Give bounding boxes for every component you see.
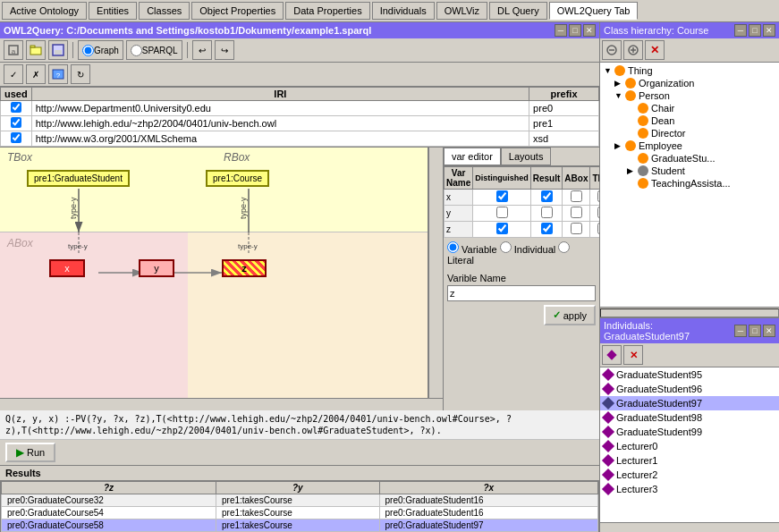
node-x-label: x bbox=[64, 263, 70, 274]
tree-node-grad-student[interactable]: GraduateStu... bbox=[602, 152, 777, 165]
table-row[interactable]: pre0:GraduateCourse54 pre1:takesCourse p… bbox=[2, 507, 598, 519]
ind-item-lec0[interactable]: Lecturer0 bbox=[600, 439, 779, 453]
node-graduate-student[interactable]: pre1:GraduateStudent bbox=[27, 170, 130, 187]
ind-x-btn[interactable]: ✕ bbox=[623, 345, 643, 365]
checkbox-row3[interactable] bbox=[11, 132, 21, 143]
node-x[interactable]: x bbox=[49, 259, 85, 277]
ind-list[interactable]: GraduateStudent95 GraduateStudent96 Grad… bbox=[600, 367, 779, 522]
radio-sparql[interactable] bbox=[131, 45, 142, 56]
canvas-with-scroll: TBox RBox ABox type-y bbox=[0, 148, 443, 410]
prefix-refresh-btn[interactable]: ↻ bbox=[71, 64, 90, 84]
query-text[interactable]: Q(z, y, x) :-PV(?y, ?x, ?z),T(<http://ww… bbox=[0, 410, 599, 440]
prefix-icon1[interactable]: ? bbox=[48, 64, 68, 84]
prefix-cell: pre0 bbox=[529, 101, 599, 116]
open-button[interactable] bbox=[26, 40, 46, 60]
used-check[interactable] bbox=[1, 101, 32, 116]
expand-arrow-person[interactable]: ▼ bbox=[614, 91, 625, 100]
hier-x-btn[interactable]: ✕ bbox=[645, 40, 665, 60]
ind-item-99[interactable]: GraduateStudent99 bbox=[600, 425, 779, 439]
hier-close-icon[interactable]: ✕ bbox=[763, 24, 775, 37]
tab-owl2query[interactable]: OWL2Query Tab bbox=[549, 2, 639, 20]
ind-close-icon[interactable]: ✕ bbox=[763, 325, 775, 337]
tree-node-teaching-asst[interactable]: TeachingAssista... bbox=[602, 177, 777, 190]
tree-node-dean[interactable]: Dean bbox=[602, 114, 777, 127]
run-button[interactable]: ▶ Run bbox=[5, 443, 55, 462]
var-result-x[interactable] bbox=[530, 190, 563, 206]
ind-item-98[interactable]: GraduateStudent98 bbox=[600, 410, 779, 425]
checkbox-row1[interactable] bbox=[11, 102, 21, 113]
used-check[interactable] bbox=[1, 131, 32, 147]
hier-collapse-btn[interactable] bbox=[602, 40, 622, 60]
tab-classes[interactable]: Classes bbox=[139, 2, 190, 20]
ind-item-96[interactable]: GraduateStudent96 bbox=[600, 382, 779, 396]
table-row[interactable]: pre0:GraduateCourse32 pre1:takesCourse p… bbox=[2, 494, 598, 507]
checkbox-row2[interactable] bbox=[11, 117, 21, 128]
maximize-icon[interactable]: □ bbox=[569, 24, 581, 37]
hier-minimize-icon[interactable]: ─ bbox=[734, 24, 747, 37]
tab-object-properties[interactable]: Object Properties bbox=[191, 2, 284, 20]
table-row[interactable]: pre0:GraduateCourse58 pre1:takesCourse p… bbox=[2, 519, 598, 532]
canvas-hscroll[interactable] bbox=[0, 398, 443, 410]
save-button[interactable] bbox=[48, 40, 68, 60]
tab-entities[interactable]: Entities bbox=[89, 2, 137, 20]
expand-arrow-org[interactable]: ▶ bbox=[614, 79, 625, 88]
tree-node-chair[interactable]: Chair bbox=[602, 102, 777, 114]
tab-dl-query[interactable]: DL Query bbox=[489, 2, 547, 20]
ind-item-97[interactable]: GraduateStudent97 bbox=[600, 396, 779, 410]
hier-hscroll[interactable] bbox=[600, 307, 779, 317]
apply-button[interactable]: ✓ apply bbox=[544, 305, 596, 325]
expand-arrow-student[interactable]: ▶ bbox=[627, 166, 638, 175]
tree-node-student[interactable]: ▶ Student bbox=[602, 165, 777, 177]
radio-literal-input[interactable] bbox=[558, 241, 570, 253]
node-course[interactable]: pre1:Course bbox=[206, 170, 269, 187]
tree-node-director[interactable]: Director bbox=[602, 127, 777, 139]
hier-maximize-icon[interactable]: □ bbox=[749, 24, 761, 37]
prefix-add-btn[interactable]: ✓ bbox=[4, 64, 23, 84]
var-abox-x[interactable] bbox=[563, 190, 590, 206]
canvas-vscroll[interactable] bbox=[428, 148, 443, 398]
used-check[interactable] bbox=[1, 116, 32, 131]
tab-layouts[interactable]: Layouts bbox=[501, 148, 552, 165]
ind-item-lec1[interactable]: Lecturer1 bbox=[600, 453, 779, 468]
ind-maximize-icon[interactable]: □ bbox=[749, 325, 761, 337]
tab-active-ontology[interactable]: Active Ontology bbox=[2, 2, 87, 20]
radio-variable-input[interactable] bbox=[447, 241, 459, 253]
tab-owlviz[interactable]: OWLViz bbox=[436, 2, 487, 20]
tree-node-organization[interactable]: ▶ Organization bbox=[602, 77, 777, 89]
ind-hscroll[interactable] bbox=[600, 522, 779, 532]
canvas-area[interactable]: TBox RBox ABox type-y bbox=[0, 148, 428, 398]
undo-button[interactable]: ↩ bbox=[192, 40, 212, 60]
ind-minimize-icon[interactable]: ─ bbox=[734, 325, 747, 337]
prefix-del-btn[interactable]: ✗ bbox=[26, 64, 46, 84]
new-button[interactable]: a bbox=[4, 40, 23, 60]
tree-node-employee[interactable]: ▶ Employee bbox=[602, 139, 777, 152]
tab-individuals[interactable]: Individuals bbox=[372, 2, 435, 20]
radio-variable-label[interactable]: Variable bbox=[447, 244, 500, 255]
radio-graph[interactable] bbox=[82, 45, 94, 56]
redo-button[interactable]: ↪ bbox=[215, 40, 234, 60]
radio-sparql-btn[interactable]: SPARQL bbox=[126, 40, 182, 60]
radio-individual-label[interactable]: Individual bbox=[500, 244, 559, 255]
expand-arrow-employee[interactable]: ▶ bbox=[614, 141, 625, 150]
tree-node-thing[interactable]: ▼ Thing bbox=[602, 64, 777, 77]
node-z[interactable]: z bbox=[222, 259, 267, 277]
var-tbox-x[interactable] bbox=[590, 190, 599, 206]
expand-arrow-thing[interactable]: ▼ bbox=[604, 66, 614, 75]
tree-area[interactable]: ▼ Thing ▶ Organization ▼ Person bbox=[600, 63, 779, 307]
ind-item-95[interactable]: GraduateStudent95 bbox=[600, 367, 779, 382]
ind-diamond-btn[interactable] bbox=[602, 345, 622, 365]
minimize-icon[interactable]: ─ bbox=[555, 24, 567, 37]
radio-graph-btn[interactable]: Graph bbox=[78, 40, 123, 60]
ind-item-lec2[interactable]: Lecturer2 bbox=[600, 468, 779, 482]
radio-individual-input[interactable] bbox=[500, 241, 512, 253]
ind-item-lec3[interactable]: Lecturer3 bbox=[600, 482, 779, 496]
hier-expand-btn[interactable] bbox=[623, 40, 643, 60]
var-dist-x[interactable] bbox=[473, 190, 531, 206]
tab-data-properties[interactable]: Data Properties bbox=[285, 2, 369, 20]
close-icon[interactable]: ✕ bbox=[583, 24, 596, 37]
tab-var-editor[interactable]: var editor bbox=[444, 148, 501, 165]
tree-node-person[interactable]: ▼ Person bbox=[602, 89, 777, 102]
node-y[interactable]: y bbox=[139, 259, 174, 277]
varname-input[interactable] bbox=[447, 285, 596, 301]
results-scroll[interactable]: ?z ?y ?x pre0:GraduateCourse32 pre1:take… bbox=[0, 480, 599, 532]
